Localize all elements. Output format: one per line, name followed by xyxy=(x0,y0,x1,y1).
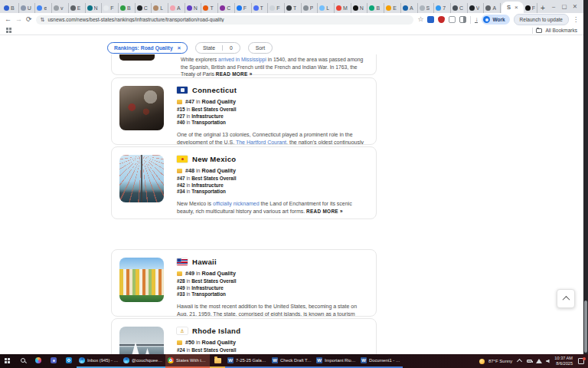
back-to-top-button[interactable] xyxy=(557,289,575,308)
browser-tab[interactable]: A xyxy=(484,3,501,13)
ranking-filter-chip[interactable]: Rankings: Road Quality × xyxy=(107,42,188,54)
taskbar-app-edge[interactable]: Inbox (945) - gessin... xyxy=(77,354,121,368)
taskbar-app-search-button[interactable] xyxy=(15,354,31,368)
browser-menu-icon[interactable]: ⋮ xyxy=(573,16,579,23)
browser-tab[interactable]: F xyxy=(102,3,119,13)
taskbar-clock[interactable]: 10:37 AM 8/6/2025 xyxy=(554,356,573,366)
weather-label[interactable]: 87°F Sunny xyxy=(488,359,512,363)
side-panel-icon[interactable] xyxy=(459,16,466,23)
browser-tab[interactable]: U xyxy=(19,3,36,13)
close-button[interactable]: ✕ xyxy=(570,0,580,13)
all-bookmarks-button[interactable]: All Bookmarks xyxy=(545,28,577,33)
minimize-button[interactable]: – xyxy=(548,0,559,13)
browser-tab[interactable]: C xyxy=(136,3,152,13)
browser-tab[interactable]: A xyxy=(168,3,185,13)
browser-tab[interactable]: L xyxy=(318,3,335,13)
state-thumbnail[interactable] xyxy=(119,258,164,302)
browser-tab[interactable]: v xyxy=(52,3,69,13)
tab-close-icon[interactable]: × xyxy=(514,5,518,11)
state-name-link[interactable]: Connecticut xyxy=(192,86,237,94)
state-filter-label[interactable]: State xyxy=(196,45,222,51)
browser-tab[interactable]: N xyxy=(351,3,368,13)
browser-tab[interactable]: e xyxy=(35,3,52,13)
scrollbar-thumb[interactable] xyxy=(584,301,587,353)
sort-chip[interactable]: Sort xyxy=(248,42,273,54)
browser-tab[interactable]: P xyxy=(302,3,318,13)
browser-tab[interactable]: A xyxy=(401,3,418,13)
tab-title: A xyxy=(177,5,181,11)
relaunch-to-update-button[interactable]: Relaunch to update xyxy=(514,14,569,25)
taskbar-app-start-button[interactable] xyxy=(0,354,15,368)
taskbar-app-word[interactable]: Document1 - Word xyxy=(358,354,403,368)
tray-chevron-up-icon[interactable] xyxy=(517,358,522,363)
browser-tab[interactable]: N xyxy=(86,3,103,13)
taskbar-app-word[interactable]: 7-25-25 Gala Info.d... xyxy=(225,354,270,368)
reload-icon[interactable]: ⟳ xyxy=(26,16,32,23)
back-icon[interactable]: ← xyxy=(5,16,11,23)
browser-tab[interactable]: S xyxy=(418,3,435,13)
state-filter-chip[interactable]: State 0 xyxy=(195,42,240,54)
extension-icon-2[interactable] xyxy=(449,16,456,23)
state-thumbnail[interactable] xyxy=(119,155,164,202)
forward-icon[interactable]: → xyxy=(15,16,22,23)
desc-inline-link[interactable]: The Hartford Courant xyxy=(236,140,286,145)
browser-tab[interactable]: F xyxy=(524,3,537,13)
taskbar-app-chrome[interactable]: States With the Bes... xyxy=(165,354,210,368)
browser-tab[interactable]: C xyxy=(218,3,235,13)
partial-inline-link[interactable]: arrived in Mississippi xyxy=(218,57,266,62)
scrollbar-track[interactable] xyxy=(583,0,588,354)
weather-sun-icon[interactable] xyxy=(479,359,485,364)
browser-tab[interactable]: E xyxy=(69,3,86,13)
address-bar[interactable]: ⇅ usnews.com/news/best-states/rankings/i… xyxy=(36,15,414,25)
maximize-button[interactable]: ▢ xyxy=(559,0,570,13)
extension-shield-icon[interactable] xyxy=(438,16,445,23)
browser-tab[interactable]: F xyxy=(235,3,252,13)
browser-tab[interactable]: F xyxy=(268,3,285,13)
apps-grid-icon[interactable] xyxy=(6,28,8,30)
taskbar-app-edge[interactable]: @couchqueenie on... xyxy=(121,354,165,368)
active-tab[interactable]: S × xyxy=(501,2,524,13)
browser-tab[interactable]: C xyxy=(451,3,468,13)
browser-tab[interactable]: B xyxy=(368,3,384,13)
word-icon xyxy=(361,357,367,363)
state-name-link[interactable]: Rhode Island xyxy=(192,327,240,335)
taskbar-app-word[interactable]: Important Rio Gran... xyxy=(314,354,358,368)
state-thumbnail[interactable] xyxy=(119,86,164,130)
state-card-header: Hawaii xyxy=(177,258,368,266)
browser-tab[interactable]: L xyxy=(152,3,168,13)
browser-tab[interactable]: 7 xyxy=(434,3,451,13)
read-more-link[interactable]: READ MORE » xyxy=(216,71,253,77)
browser-tab[interactable]: B xyxy=(119,3,136,13)
chip-close-icon[interactable]: × xyxy=(178,44,181,51)
browser-tab[interactable]: T xyxy=(252,3,269,13)
browser-tab[interactable]: E xyxy=(384,3,401,13)
profile-chip[interactable]: Work xyxy=(482,15,509,25)
site-info-icon[interactable]: ⇅ xyxy=(41,17,45,23)
browser-tab[interactable]: N xyxy=(185,3,202,13)
taskbar-app-folder-button[interactable] xyxy=(210,354,225,368)
battery-icon[interactable] xyxy=(527,360,532,363)
browser-tab[interactable]: T xyxy=(201,3,218,13)
desc-inline-link[interactable]: officially nicknamed xyxy=(213,201,260,206)
action-center-icon[interactable] xyxy=(578,358,584,364)
read-more-link[interactable]: READ MORE » xyxy=(306,209,343,214)
volume-icon[interactable] xyxy=(546,360,550,363)
state-thumbnail[interactable] xyxy=(119,327,164,354)
browser-tab[interactable]: M xyxy=(335,3,351,13)
taskbar-app-outlook-button[interactable] xyxy=(61,354,77,368)
taskbar-app-copilot-button[interactable] xyxy=(31,354,46,368)
state-name-link[interactable]: Hawaii xyxy=(192,258,217,266)
taskbar-app-word[interactable]: Check Draft Templa... xyxy=(270,354,314,368)
taskbar-app-teams-button[interactable] xyxy=(46,354,61,368)
downloads-icon[interactable]: ↓ xyxy=(475,17,478,23)
browser-tab[interactable]: B xyxy=(2,3,19,13)
bookmark-star-icon[interactable]: ☆ xyxy=(417,16,423,23)
new-mexico-flag-icon xyxy=(177,156,188,163)
state-name-link[interactable]: New Mexico xyxy=(192,155,236,163)
window-controls: – ▢ ✕ xyxy=(548,0,586,13)
network-icon[interactable] xyxy=(536,359,542,363)
extension-icon-1[interactable] xyxy=(427,16,434,23)
browser-tab[interactable]: T xyxy=(285,3,302,13)
new-tab-button[interactable]: + xyxy=(537,3,548,13)
browser-tab[interactable]: V xyxy=(468,3,485,13)
